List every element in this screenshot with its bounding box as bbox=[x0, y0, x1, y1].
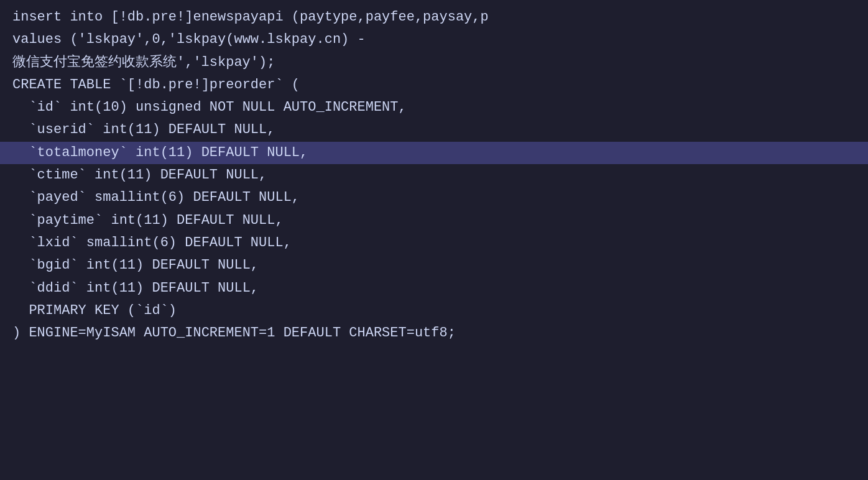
code-line: `totalmoney` int(11) DEFAULT NULL, bbox=[0, 142, 868, 164]
code-line: 微信支付宝免签约收款系统','lskpay'); bbox=[0, 52, 868, 74]
code-line: ) ENGINE=MyISAM AUTO_INCREMENT=1 DEFAULT… bbox=[0, 322, 868, 344]
code-line: `id` int(10) unsigned NOT NULL AUTO_INCR… bbox=[0, 96, 868, 119]
code-line: values ('lskpay',0,'lskpay(www.lskpay.cn… bbox=[0, 29, 868, 51]
code-line: `bgid` int(11) DEFAULT NULL, bbox=[0, 254, 868, 277]
code-line: `lxid` smallint(6) DEFAULT NULL, bbox=[0, 232, 868, 254]
code-line: PRIMARY KEY (`id`) bbox=[0, 300, 868, 322]
code-line: insert into [!db.pre!]enewspayapi (payty… bbox=[0, 6, 868, 29]
code-editor: insert into [!db.pre!]enewspayapi (payty… bbox=[0, 0, 868, 480]
code-line: `paytime` int(11) DEFAULT NULL, bbox=[0, 210, 868, 232]
code-line: `payed` smallint(6) DEFAULT NULL, bbox=[0, 187, 868, 209]
code-line: `ctime` int(11) DEFAULT NULL, bbox=[0, 164, 868, 187]
code-line: `ddid` int(11) DEFAULT NULL, bbox=[0, 277, 868, 300]
code-line: `userid` int(11) DEFAULT NULL, bbox=[0, 119, 868, 141]
code-line: CREATE TABLE `[!db.pre!]preorder` ( bbox=[0, 74, 868, 96]
